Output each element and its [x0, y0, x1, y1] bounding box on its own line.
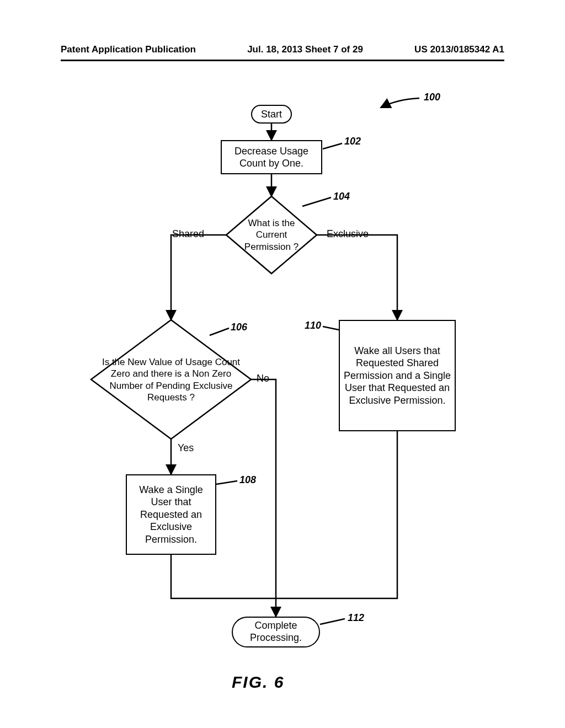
ref-110: 110: [305, 320, 321, 331]
svg-line-5: [323, 326, 339, 330]
process-102: Decrease Usage Count by One.: [221, 140, 322, 174]
ref-106: 106: [231, 322, 247, 333]
process-110-text: Wake all Users that Requested Shared Per…: [343, 345, 451, 407]
ref-108: 108: [239, 474, 256, 486]
decision-104-text: What is the Current Permission ?: [235, 217, 307, 253]
figure-caption: FIG. 6: [232, 673, 284, 692]
process-108-text: Wake a Single User that Requested an Exc…: [130, 484, 212, 546]
process-108: Wake a Single User that Requested an Exc…: [126, 474, 216, 555]
header-center: Jul. 18, 2013 Sheet 7 of 29: [247, 44, 363, 55]
header-rule: [61, 60, 504, 61]
decision-104: What is the Current Permission ?: [226, 196, 317, 274]
decision-106-text: Is the New Value of Usage Count Zero and…: [95, 356, 247, 403]
process-110: Wake all Users that Requested Shared Per…: [339, 320, 456, 431]
terminal-112: Complete Processing.: [232, 617, 320, 647]
ref-100: 100: [424, 92, 440, 103]
decision-106: Is the New Value of Usage Count Zero and…: [91, 320, 251, 439]
page-header: Patent Application Publication Jul. 18, …: [0, 44, 565, 55]
svg-line-9: [320, 619, 345, 624]
svg-line-1: [323, 143, 342, 149]
edge-104-shared: Shared: [172, 228, 204, 240]
header-left: Patent Application Publication: [61, 44, 196, 55]
start-text: Start: [261, 109, 282, 120]
terminal-start: Start: [251, 105, 292, 124]
flowchart-lines: [0, 88, 565, 706]
ref-104: 104: [333, 191, 350, 202]
svg-line-7: [216, 481, 237, 484]
process-102-text: Decrease Usage Count by One.: [225, 145, 318, 170]
header-right: US 2013/0185342 A1: [414, 44, 504, 55]
ref-102: 102: [344, 136, 361, 147]
edge-106-no: No: [257, 373, 269, 384]
ref-112: 112: [348, 612, 364, 624]
flowchart-figure: 100 Start Decrease Usage Count by One. 1…: [0, 88, 565, 706]
terminal-112-text: Complete Processing.: [242, 620, 310, 644]
edge-104-exclusive: Exclusive: [327, 228, 369, 240]
edge-106-yes: Yes: [178, 442, 194, 454]
